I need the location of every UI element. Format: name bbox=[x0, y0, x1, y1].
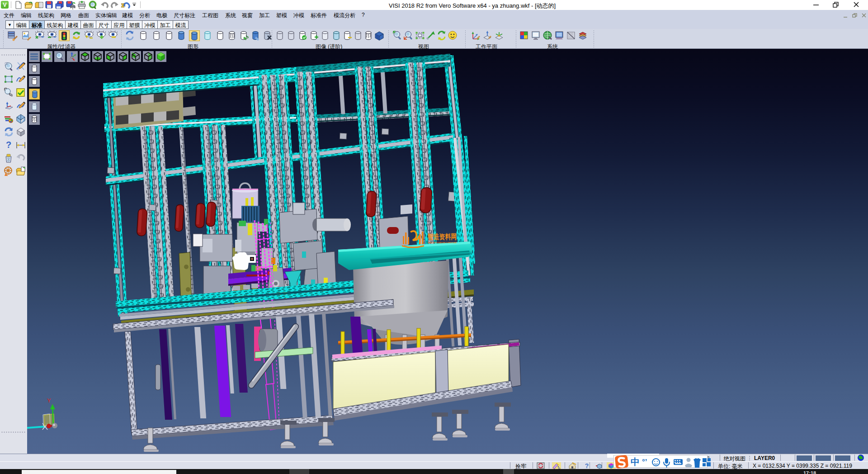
svg-text:中: 中 bbox=[631, 457, 640, 467]
svg-text:?: ? bbox=[6, 140, 11, 150]
svg-text:?: ? bbox=[585, 462, 589, 469]
svg-text:V: V bbox=[3, 2, 6, 8]
svg-text:智造资料网: 智造资料网 bbox=[427, 233, 457, 241]
svg-text:°’: °’ bbox=[642, 458, 647, 466]
svg-text:INTELLIGENT MANUFACTURING DATA: INTELLIGENT MANUFACTURING DATA bbox=[428, 242, 457, 244]
svg-text:Y: Y bbox=[47, 397, 51, 404]
